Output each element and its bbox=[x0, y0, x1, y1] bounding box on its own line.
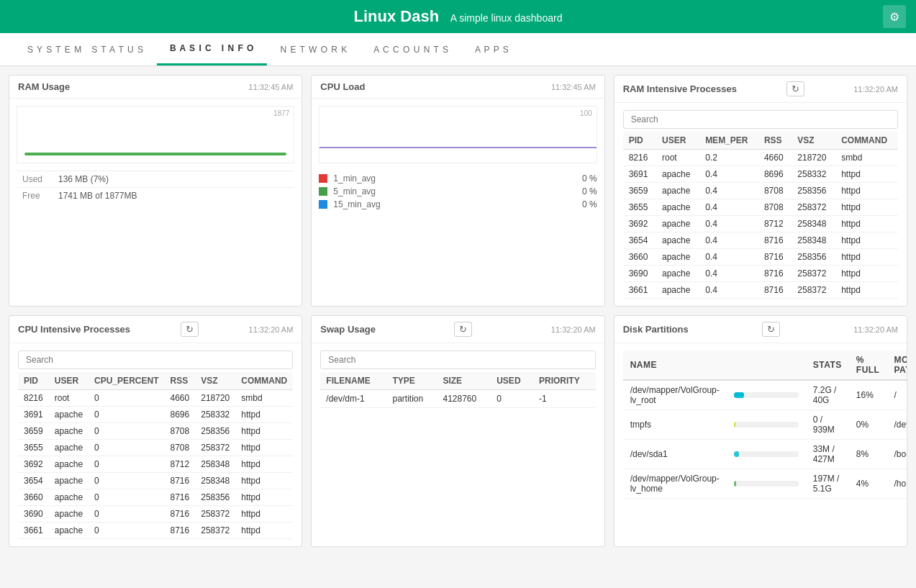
main-content: RAM Usage 11:32:45 AM 1877 Used 136 MB (… bbox=[0, 66, 916, 556]
cell-pid: 3659 bbox=[18, 423, 49, 440]
ram-intensive-table-wrap[interactable]: PID USER MEM_PER RSS VSZ COMMAND 8216 ro… bbox=[623, 132, 898, 299]
swap-search-input[interactable] bbox=[320, 350, 595, 369]
cell-vsz: 258372 bbox=[792, 282, 835, 299]
cell-rss: 8712 bbox=[165, 456, 196, 473]
cpu-load-body: 100 1_min_avg 0 % 5_min_avg 0 % 15_min_a… bbox=[312, 99, 604, 217]
disk-partitions-card: Disk Partitions ↻ 11:32:20 AM NAME STATS… bbox=[614, 315, 907, 547]
swap-usage-header: Swap Usage ↻ 11:32:20 AM bbox=[312, 316, 604, 343]
cpu-intensive-table-wrap[interactable]: PID USER CPU_PERCENT RSS VSZ COMMAND 821… bbox=[18, 372, 293, 539]
cell-disk-name: /dev/mapper/VolGroup-lv_root bbox=[623, 380, 727, 410]
cell-mem-per: 0.4 bbox=[699, 249, 758, 266]
cpu-intensive-search-input[interactable] bbox=[18, 350, 293, 369]
nav-apps[interactable]: A p p s bbox=[462, 35, 522, 65]
cell-disk-mount: / bbox=[886, 380, 907, 410]
cell-used: 0 bbox=[491, 390, 533, 408]
cell-vsz: 258348 bbox=[195, 473, 235, 489]
swap-usage-refresh-button[interactable]: ↻ bbox=[454, 322, 472, 337]
cell-disk-bar bbox=[727, 410, 806, 440]
cell-user: apache bbox=[49, 489, 89, 506]
cpu-intensive-table-row: 3661 apache 0 8716 258372 httpd bbox=[18, 523, 293, 539]
nav-network[interactable]: N e t w o r k bbox=[267, 35, 360, 65]
cell-command: httpd bbox=[835, 282, 898, 299]
cell-cpu: 0 bbox=[89, 473, 164, 489]
disk-partitions-body: NAME STATS % FULL MOUNT PATH /dev/mapper… bbox=[615, 343, 907, 506]
cell-disk-bar bbox=[727, 469, 806, 499]
cell-user: apache bbox=[656, 216, 699, 232]
cpu-metrics-list: 1_min_avg 0 % 5_min_avg 0 % 15_min_avg 0… bbox=[319, 171, 597, 209]
cell-vsz: 258372 bbox=[195, 506, 235, 523]
settings-gear-button[interactable]: ⚙ bbox=[883, 5, 906, 28]
cell-disk-pct: 8% bbox=[849, 440, 887, 469]
cell-vsz: 258356 bbox=[195, 423, 235, 440]
ram-intensive-search-input[interactable] bbox=[623, 110, 898, 129]
ram-used-value: 136 MB (7%) bbox=[53, 171, 294, 188]
cell-command: httpd bbox=[235, 456, 293, 473]
cell-user: root bbox=[49, 390, 89, 407]
cell-command: httpd bbox=[835, 216, 898, 232]
cell-mem-per: 0.4 bbox=[699, 166, 758, 183]
cpu-intensive-table-row: 3659 apache 0 8708 258356 httpd bbox=[18, 423, 293, 440]
cell-command: httpd bbox=[235, 407, 293, 423]
cell-pid: 8216 bbox=[18, 390, 49, 407]
cell-pid: 3691 bbox=[18, 407, 49, 423]
cell-rss: 8716 bbox=[165, 489, 196, 506]
cell-command: httpd bbox=[835, 232, 898, 249]
ram-usage-card: RAM Usage 11:32:45 AM 1877 Used 136 MB (… bbox=[9, 75, 302, 307]
nav-accounts[interactable]: A c c o u n t s bbox=[360, 35, 462, 65]
ram-intensive-table-row: 3690 apache 0.4 8716 258372 httpd bbox=[623, 266, 898, 282]
ram-col-user: USER bbox=[656, 132, 699, 150]
ram-intensive-table-row: 3655 apache 0.4 8708 258372 httpd bbox=[623, 199, 898, 216]
ram-intensive-table-row: 3660 apache 0.4 8716 258356 httpd bbox=[623, 249, 898, 266]
cpu-col-vsz: VSZ bbox=[195, 372, 235, 390]
cpu-intensive-refresh-button[interactable]: ↻ bbox=[181, 322, 199, 337]
cell-command: httpd bbox=[235, 423, 293, 440]
ram-chart-line bbox=[24, 153, 286, 155]
nav-system-status[interactable]: S y s t e m S t a t u s bbox=[14, 35, 157, 65]
ram-usage-table: Used 136 MB (7%) Free 1741 MB of 1877MB bbox=[17, 171, 294, 204]
ram-col-vsz: VSZ bbox=[792, 132, 835, 150]
disk-table-row: /dev/mapper/VolGroup-lv_home 197M / 5.1G… bbox=[623, 469, 907, 499]
cell-disk-pct: 0% bbox=[849, 410, 887, 440]
ram-col-command: COMMAND bbox=[835, 132, 898, 150]
cpu-15min-value: 0 % bbox=[582, 199, 597, 209]
ram-intensive-header: RAM Intensive Processes ↻ 11:32:20 AM bbox=[615, 76, 907, 103]
cell-vsz: 258372 bbox=[792, 199, 835, 216]
cell-rss: 8696 bbox=[165, 407, 196, 423]
disk-col-bar bbox=[727, 350, 806, 380]
cell-disk-stats: 197M / 5.1G bbox=[806, 469, 849, 499]
cell-command: httpd bbox=[235, 440, 293, 456]
swap-table-row: /dev/dm-1 partition 4128760 0 -1 bbox=[320, 390, 595, 408]
nav-basic-info[interactable]: B a s i c I n f o bbox=[157, 33, 267, 65]
swap-col-filename: FILENAME bbox=[320, 372, 386, 390]
cell-cpu: 0 bbox=[89, 440, 164, 456]
cell-pid: 3690 bbox=[18, 506, 49, 523]
cpu-col-cpu-pct: CPU_PERCENT bbox=[89, 372, 164, 390]
cell-rss: 8716 bbox=[758, 249, 792, 266]
cpu-intensive-table: PID USER CPU_PERCENT RSS VSZ COMMAND 821… bbox=[18, 372, 293, 539]
cell-user: apache bbox=[656, 266, 699, 282]
disk-col-pct-full: % FULL bbox=[849, 350, 887, 380]
cell-pid: 3659 bbox=[623, 183, 656, 199]
cell-cpu: 0 bbox=[89, 423, 164, 440]
cell-user: apache bbox=[49, 473, 89, 489]
disk-refresh-button[interactable]: ↻ bbox=[762, 322, 780, 337]
cell-command: httpd bbox=[235, 473, 293, 489]
cell-rss: 8716 bbox=[165, 523, 196, 539]
cell-rss: 8716 bbox=[758, 266, 792, 282]
cell-user: apache bbox=[656, 232, 699, 249]
cell-cpu: 0 bbox=[89, 456, 164, 473]
cell-rss: 8716 bbox=[758, 282, 792, 299]
disk-table-row: /dev/mapper/VolGroup-lv_root 7.2G / 40G … bbox=[623, 380, 907, 410]
ram-intensive-table-row: 3654 apache 0.4 8716 258348 httpd bbox=[623, 232, 898, 249]
cpu-1min-label: 1_min_avg bbox=[333, 173, 576, 184]
ram-intensive-refresh-button[interactable]: ↻ bbox=[786, 81, 804, 96]
cell-rss: 8716 bbox=[758, 232, 792, 249]
cell-command: httpd bbox=[835, 266, 898, 282]
cell-rss: 8708 bbox=[165, 440, 196, 456]
cpu-col-user: USER bbox=[49, 372, 89, 390]
cell-user: apache bbox=[49, 440, 89, 456]
cell-user: apache bbox=[49, 407, 89, 423]
cpu-intensive-table-row: 3691 apache 0 8696 258332 httpd bbox=[18, 407, 293, 423]
cell-user: apache bbox=[49, 456, 89, 473]
cell-cpu: 0 bbox=[89, 506, 164, 523]
